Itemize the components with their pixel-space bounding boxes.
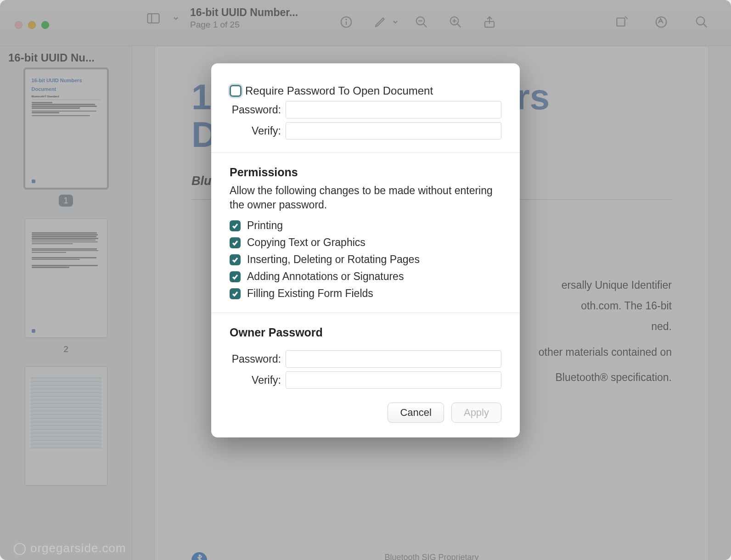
preview-window: 16-bit UUID Number... Page 1 of 25 16-bi…: [0, 0, 731, 560]
owner-password-heading: Owner Password: [230, 326, 501, 339]
perm-checkbox-2[interactable]: [230, 254, 241, 265]
owner-verify-field[interactable]: [286, 371, 501, 389]
apply-button[interactable]: Apply: [451, 403, 501, 423]
open-password-field[interactable]: [286, 101, 501, 118]
perm-4: Filling Existing Form Fields: [230, 287, 501, 300]
owner-verify-label: Verify:: [230, 374, 286, 386]
perm-0: Printing: [230, 219, 501, 232]
perm-checkbox-0[interactable]: [230, 220, 241, 231]
open-verify-field[interactable]: [286, 122, 501, 140]
permissions-heading: Permissions: [230, 166, 501, 179]
open-verify-label: Verify:: [230, 125, 286, 137]
perm-label-3: Adding Annotations or Signatures: [247, 270, 404, 283]
require-password-label: Require Password To Open Document: [245, 84, 433, 97]
perm-label-2: Inserting, Deleting or Rotating Pages: [247, 253, 420, 266]
dialog-separator-2: [211, 313, 520, 313]
owner-password-field[interactable]: [286, 350, 501, 368]
perm-checkbox-4[interactable]: [230, 288, 241, 299]
perm-1: Copying Text or Graphics: [230, 236, 501, 249]
perm-checkbox-3[interactable]: [230, 271, 241, 282]
perm-label-0: Printing: [247, 219, 283, 232]
perm-3: Adding Annotations or Signatures: [230, 270, 501, 283]
perm-label-1: Copying Text or Graphics: [247, 236, 366, 249]
permissions-dialog: Require Password To Open Document Passwo…: [211, 63, 520, 437]
open-password-label: Password:: [230, 104, 286, 116]
cancel-button[interactable]: Cancel: [388, 403, 444, 423]
perm-checkbox-1[interactable]: [230, 237, 241, 248]
permissions-description: Allow the following changes to be made w…: [230, 184, 501, 212]
watermark: orgegarside.com: [14, 541, 126, 555]
perm-label-4: Filling Existing Form Fields: [247, 287, 373, 300]
owner-password-label: Password:: [230, 353, 286, 365]
dialog-separator-1: [211, 152, 520, 153]
require-password-checkbox[interactable]: [230, 85, 242, 97]
perm-2: Inserting, Deleting or Rotating Pages: [230, 253, 501, 266]
